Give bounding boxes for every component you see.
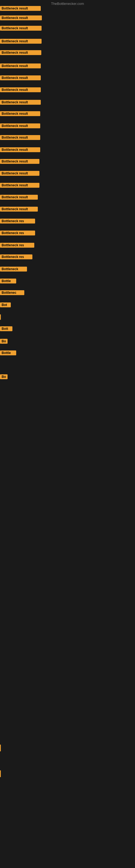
badge-23: Bottleneck	[0, 267, 27, 272]
badge-22: Bottleneck res	[0, 254, 32, 259]
badge-30: Bo	[0, 374, 8, 379]
badge-26: Bot	[0, 303, 11, 307]
badge-9: Bottleneck result	[0, 100, 41, 105]
badge-6: Bottleneck result	[0, 63, 41, 68]
badge-5: Bottleneck result	[0, 50, 41, 55]
badge-24: Bottle	[0, 279, 16, 283]
badge-18: Bottleneck result	[0, 207, 38, 212]
badge-25: Bottlenec	[0, 290, 24, 295]
badge-28: Bo	[0, 339, 8, 344]
badge-13: Bottleneck result	[0, 147, 40, 152]
badge-17: Bottleneck result	[0, 195, 38, 199]
badge-4: Bottleneck result	[0, 39, 42, 44]
bar-2	[0, 745, 1, 751]
badge-20: Bottleneck res	[0, 230, 35, 236]
badge-2: Bottleneck result	[0, 16, 42, 20]
badge-12: Bottleneck result	[0, 135, 40, 140]
badge-29: Bottle	[0, 350, 16, 355]
badge-15: Bottleneck result	[0, 171, 39, 176]
badge-21: Bottleneck res	[0, 243, 34, 248]
badge-19: Bottleneck res	[0, 219, 35, 223]
badge-14: Bottleneck result	[0, 159, 39, 164]
badge-16: Bottleneck result	[0, 183, 39, 188]
bar-1	[0, 314, 1, 320]
badge-8: Bottleneck result	[0, 87, 41, 92]
badge-11: Bottleneck result	[0, 123, 40, 128]
badge-7: Bottleneck result	[0, 75, 41, 80]
badge-10: Bottleneck result	[0, 111, 40, 116]
badge-3: Bottleneck result	[0, 26, 42, 31]
site-title: TheBottlenecker.com	[0, 2, 135, 6]
bar-3	[0, 770, 1, 777]
badge-27: Bott	[0, 326, 12, 331]
badge-1: Bottleneck result	[0, 6, 41, 11]
